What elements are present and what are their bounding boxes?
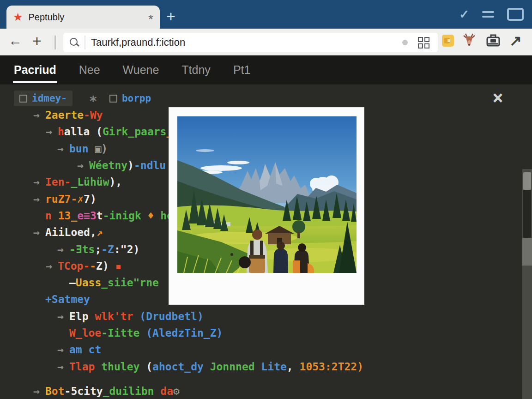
code-token: ▣) xyxy=(95,143,108,155)
expand-arrow-icon[interactable]: → xyxy=(33,109,45,121)
code-token: Z) xyxy=(96,260,115,272)
nav-tab-nee[interactable]: Nee xyxy=(78,57,101,83)
window-icon[interactable] xyxy=(507,8,524,21)
editor-chips: idmey- * borpp xyxy=(14,91,157,106)
expand-arrow-icon[interactable]: → xyxy=(57,143,69,155)
code-token: ( xyxy=(146,361,152,373)
expand-arrow-icon[interactable]: → xyxy=(57,243,69,255)
code-token: _duilibn xyxy=(103,385,154,397)
code-token: W_loe xyxy=(69,327,101,339)
code-token: t xyxy=(97,210,103,222)
code-token: Lite xyxy=(261,361,286,373)
nav-tab-wuene[interactable]: Wuene xyxy=(122,57,160,83)
back-button[interactable]: ← xyxy=(8,33,22,48)
code-token: h xyxy=(58,126,64,138)
code-token: 7) xyxy=(84,193,97,205)
menu-icon[interactable] xyxy=(482,11,494,18)
browser-titlebar: ★ Peptubly * + ✓ xyxy=(0,0,532,29)
code-token: Uass xyxy=(76,277,101,289)
code-token: ✗ xyxy=(77,193,84,205)
extension-deer-icon[interactable] xyxy=(462,33,476,50)
expand-arrow-icon[interactable]: → xyxy=(33,193,45,205)
nav-tab-ttdny[interactable]: Ttdny xyxy=(181,57,212,83)
code-token: -ndlu xyxy=(134,159,166,171)
toolbox-icon[interactable] xyxy=(485,33,501,50)
chip-idmey[interactable]: idmey- xyxy=(14,91,73,106)
code-token: 2aerte xyxy=(45,109,84,121)
tab-title: Peptubly xyxy=(29,12,149,23)
code-token: -Iitte xyxy=(101,327,146,339)
code-token: +Satmey xyxy=(45,293,90,305)
code-token: ot xyxy=(52,385,65,397)
code-line: →Elp wlk'tr (Drudbetl) xyxy=(0,308,532,325)
expand-arrow-icon[interactable]: → xyxy=(77,159,89,171)
code-token: Elp xyxy=(69,310,95,322)
expand-arrow-icon[interactable]: → xyxy=(46,260,58,272)
code-token: da xyxy=(154,385,173,397)
expand-arrow-icon[interactable]: → xyxy=(33,385,45,397)
code-token: -inigk xyxy=(103,210,148,222)
code-token: Tlap xyxy=(69,361,101,373)
code-token: ruZ7- xyxy=(45,193,77,205)
code-token: Girk_paars xyxy=(103,126,166,138)
expand-arrow-icon[interactable]: → xyxy=(33,226,45,238)
expand-arrow-icon[interactable]: → xyxy=(33,176,45,188)
code-token: am ct xyxy=(69,344,101,356)
chip-borpp[interactable]: borpp xyxy=(104,91,157,106)
code-token: n xyxy=(45,210,58,222)
scrollbar-track[interactable] xyxy=(522,169,532,399)
square-icon xyxy=(19,95,27,103)
code-token: -Wy xyxy=(84,109,103,121)
code-token: wlk'tr xyxy=(95,310,139,322)
extension-yellow-icon[interactable] xyxy=(442,35,454,47)
share-arrow-icon[interactable]: ↗ xyxy=(509,32,522,49)
code-line: →am ct xyxy=(0,341,532,358)
code-token: - xyxy=(90,260,96,272)
code-token: -5city xyxy=(65,385,103,397)
code-token: ahoct_dy xyxy=(152,361,210,373)
browser-toolbar: ← + Taurkf,praund.f:iction ↗ xyxy=(0,29,532,55)
expand-arrow-icon[interactable]: → xyxy=(57,344,69,356)
nav-tab-pt1[interactable]: Pt1 xyxy=(232,57,252,83)
photo-card xyxy=(169,107,364,305)
code-token: ), xyxy=(109,176,122,188)
favicon-star-icon: ★ xyxy=(13,12,23,23)
add-button[interactable]: + xyxy=(32,32,42,50)
landscape-photo xyxy=(177,116,357,273)
scrollbar-segment[interactable] xyxy=(523,190,531,238)
tab-pin-icon[interactable]: * xyxy=(148,16,153,24)
new-tab-button[interactable]: + xyxy=(166,8,175,24)
code-token: :"2) xyxy=(114,243,139,255)
code-token: ; xyxy=(95,243,101,255)
code-token: ) xyxy=(127,159,134,171)
code-token: Ien- xyxy=(45,176,71,188)
browser-tab[interactable]: ★ Peptubly * xyxy=(6,6,160,29)
code-token: -Z xyxy=(101,243,114,255)
code-token: e≡3 xyxy=(77,210,97,222)
check-icon[interactable]: ✓ xyxy=(459,7,469,22)
code-token: _Lühüw xyxy=(71,176,109,188)
scrollbar-segment[interactable] xyxy=(522,238,532,266)
code-token: Wéetny xyxy=(89,159,127,171)
nav-tab-pacriud[interactable]: Pacriud xyxy=(13,57,57,83)
scrollbar-thumb[interactable] xyxy=(523,172,531,190)
code-line: →Bot-5city_duilibn da⚙ xyxy=(0,383,532,399)
url-text[interactable]: Taurkf,praund.f:iction xyxy=(91,36,402,48)
code-line: W_loe-Iitte (AledzTin_Z) xyxy=(0,325,532,341)
code-token: thuley xyxy=(101,361,146,373)
close-icon[interactable]: × xyxy=(492,88,503,107)
grid-icon[interactable] xyxy=(418,37,429,48)
code-token: AiiLoed, xyxy=(45,226,97,238)
code-token: Jonnned xyxy=(210,361,261,373)
code-token: -Ǝts xyxy=(69,243,95,255)
code-token: 13_ xyxy=(58,210,78,222)
code-token: _siie"rne xyxy=(101,277,159,289)
code-token: (AledzTin_Z) xyxy=(146,327,223,339)
address-bar[interactable]: Taurkf,praund.f:iction xyxy=(63,33,438,52)
code-token: ( xyxy=(90,126,103,138)
expand-arrow-icon[interactable]: → xyxy=(57,361,69,373)
code-token: ♦ xyxy=(148,210,154,222)
page-navbar: Pacriud Nee Wuene Ttdny Pt1 xyxy=(0,55,532,85)
expand-arrow-icon[interactable]: → xyxy=(57,310,69,322)
expand-arrow-icon[interactable]: → xyxy=(46,126,58,138)
